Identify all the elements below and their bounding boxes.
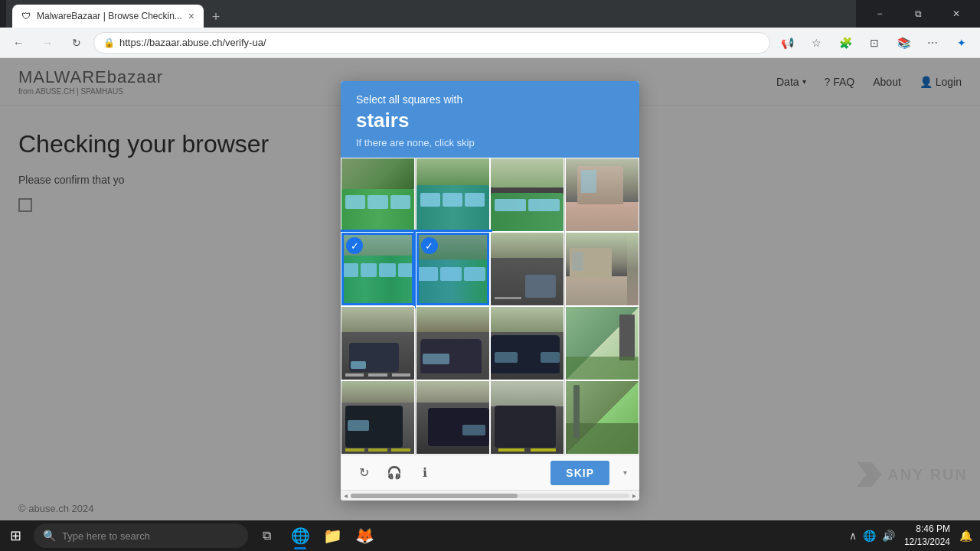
refresh-button[interactable]: ↻ — [64, 31, 89, 55]
captcha-cell-12[interactable] — [565, 306, 639, 380]
captcha-cell-7[interactable] — [490, 232, 564, 306]
task-view-button[interactable]: ⧉ — [251, 520, 282, 551]
captcha-cell-13[interactable] — [341, 380, 415, 455]
url-text: https://bazaar.abuse.ch/verify-ua/ — [119, 37, 760, 48]
title-bar: 🛡 MalwareBazaar | Browse Checkin... × + … — [0, 0, 980, 28]
clock-time: 8:46 PM — [904, 523, 950, 536]
captcha-cell-1[interactable] — [341, 158, 415, 232]
scroll-left-arrow[interactable]: ◂ — [344, 491, 348, 500]
taskbar-system-tray: ∧ 🌐 🔊 8:46 PM 12/13/2024 🔔 — [841, 523, 980, 549]
browser-options-button[interactable]: ⋯ — [920, 31, 945, 55]
taskbar: ⊞ 🔍 Type here to search ⧉ 🌐 📁 🦊 ∧ 🌐 🔊 8:… — [0, 520, 980, 551]
address-bar[interactable]: 🔒 https://bazaar.abuse.ch/verify-ua/ — [93, 32, 770, 54]
active-tab[interactable]: 🛡 MalwareBazaar | Browse Checkin... × — [12, 5, 204, 28]
captcha-cell-2[interactable] — [416, 158, 490, 232]
cell-5-check: ✓ — [346, 237, 363, 254]
captcha-sub-instruction: If there are none, click skip — [356, 137, 624, 148]
captcha-cell-5[interactable]: ✓ — [341, 232, 415, 306]
taskbar-search-bar[interactable]: 🔍 Type here to search — [34, 523, 248, 548]
captcha-cell-15[interactable] — [490, 380, 564, 455]
restore-button[interactable]: ⧉ — [900, 0, 936, 28]
captcha-scrollbar: ◂ ▸ — [341, 490, 639, 500]
back-button[interactable]: ← — [6, 31, 31, 55]
read-aloud-button[interactable]: 📢 — [775, 31, 799, 55]
navigation-bar: ← → ↻ 🔒 https://bazaar.abuse.ch/verify-u… — [0, 28, 980, 58]
taskbar-firefox[interactable]: 🦊 — [349, 520, 380, 551]
clock-date: 12/13/2024 — [904, 536, 950, 549]
close-button[interactable]: ✕ — [939, 0, 974, 28]
captcha-cell-16[interactable] — [565, 380, 639, 455]
captcha-skip-button[interactable]: SKIP — [550, 461, 609, 485]
captcha-widget: Select all squares with stairs If there … — [341, 81, 639, 500]
captcha-cell-4[interactable] — [565, 158, 639, 232]
browser-window: 🛡 MalwareBazaar | Browse Checkin... × + … — [0, 0, 980, 523]
captcha-word: stairs — [356, 109, 624, 132]
captcha-cell-6[interactable]: ✓ — [416, 232, 490, 306]
start-button[interactable]: ⊞ — [0, 520, 31, 551]
captcha-cell-3[interactable] — [490, 158, 564, 232]
start-icon: ⊞ — [10, 527, 21, 544]
captcha-grid: ✓ ✓ — [341, 158, 639, 455]
split-button[interactable]: ⊡ — [862, 31, 887, 55]
taskbar-edge[interactable]: 🌐 — [285, 520, 315, 551]
volume-icon[interactable]: 🔊 — [880, 530, 897, 542]
captcha-cell-10[interactable] — [416, 306, 490, 380]
system-clock[interactable]: 8:46 PM 12/13/2024 — [898, 523, 956, 549]
edge-icon: 🌐 — [291, 527, 310, 545]
cell-6-check: ✓ — [421, 237, 438, 254]
captcha-instruction: Select all squares with — [356, 93, 624, 106]
captcha-cell-9[interactable] — [341, 306, 415, 380]
system-icons: ∧ 🌐 🔊 — [848, 530, 897, 542]
file-explorer-icon: 📁 — [323, 527, 342, 545]
task-view-icon: ⧉ — [263, 529, 271, 543]
captcha-info-button[interactable]: ℹ — [414, 462, 436, 484]
tab-close-button[interactable]: × — [188, 10, 194, 22]
taskbar-file-explorer[interactable]: 📁 — [317, 520, 348, 551]
captcha-cell-14[interactable] — [416, 380, 490, 455]
window-controls: − ⧉ ✕ — [862, 0, 974, 28]
captcha-header: Select all squares with stairs If there … — [341, 81, 639, 158]
scrollbar-thumb[interactable] — [351, 494, 518, 498]
collections-button[interactable]: 📚 — [891, 31, 916, 55]
captcha-cell-11[interactable] — [490, 306, 564, 380]
captcha-audio-button[interactable]: 🎧 — [384, 462, 405, 484]
chevron-up-icon[interactable]: ∧ — [848, 530, 858, 542]
scroll-right-arrow[interactable]: ▸ — [632, 491, 636, 500]
captcha-overlay: Select all squares with stairs If there … — [0, 58, 980, 523]
scroll-down-icon[interactable]: ▾ — [623, 468, 627, 477]
tab-title: MalwareBazaar | Browse Checkin... — [37, 11, 182, 21]
taskbar-search-placeholder: Type here to search — [62, 530, 150, 542]
copilot-button[interactable]: ✦ — [949, 31, 974, 55]
new-tab-button[interactable]: + — [205, 6, 227, 28]
taskbar-search-icon: 🔍 — [43, 530, 56, 542]
lock-icon: 🔒 — [103, 37, 115, 48]
captcha-cell-8[interactable] — [565, 232, 639, 306]
favorites-button[interactable]: ☆ — [804, 31, 828, 55]
minimize-button[interactable]: − — [862, 0, 897, 28]
notification-icon[interactable]: 🔔 — [958, 530, 974, 542]
captcha-footer: ↻ 🎧 ℹ SKIP ▾ — [341, 455, 639, 490]
taskbar-apps: 🌐 📁 🦊 — [282, 520, 383, 551]
extensions-button[interactable]: 🧩 — [833, 31, 858, 55]
page-content: MALWAREbazaar from ABUSE.CH | SPAMHAUS D… — [0, 58, 980, 523]
captcha-refresh-button[interactable]: ↻ — [353, 462, 374, 484]
network-icon[interactable]: 🌐 — [861, 530, 877, 542]
tab-favicon: 🛡 — [21, 11, 31, 21]
firefox-icon: 🦊 — [355, 527, 374, 545]
forward-button[interactable]: → — [35, 31, 60, 55]
scrollbar-track — [351, 494, 629, 498]
